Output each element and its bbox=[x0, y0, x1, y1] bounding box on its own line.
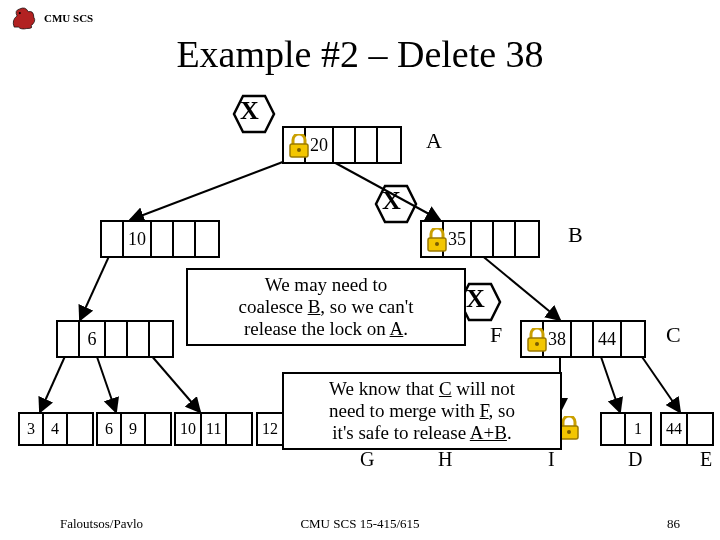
svg-line-1 bbox=[130, 160, 288, 220]
node-l1-left-p1 bbox=[152, 222, 174, 256]
node-l1-left-k1 bbox=[174, 222, 196, 256]
node-l1-left-k0: 10 bbox=[124, 222, 152, 256]
note-release-l1: We know that C will not bbox=[294, 378, 550, 400]
note-coalesce-l2: coalesce B, so we can't bbox=[198, 296, 454, 318]
cmu-logo-icon bbox=[10, 6, 38, 30]
mark-x-b: X bbox=[382, 186, 401, 216]
leaf-3-c bbox=[227, 414, 251, 444]
node-l2-left-p1 bbox=[106, 322, 128, 356]
lock-icon-root bbox=[288, 134, 310, 162]
node-l2-right-p2 bbox=[622, 322, 644, 356]
node-root-p2 bbox=[378, 128, 400, 162]
leaf-8-b bbox=[688, 414, 712, 444]
svg-point-21 bbox=[567, 430, 571, 434]
label-i: I bbox=[548, 448, 555, 471]
label-b: B bbox=[568, 222, 583, 248]
label-e: E bbox=[700, 448, 712, 471]
node-l1-right-p1 bbox=[472, 222, 494, 256]
node-root-p1 bbox=[334, 128, 356, 162]
svg-line-7 bbox=[150, 354, 200, 412]
label-h: H bbox=[438, 448, 452, 471]
lock-icon-b bbox=[426, 228, 448, 256]
note-release-l3: it's safe to release A+B. bbox=[294, 422, 550, 444]
footer-course: CMU SCS 15-415/615 bbox=[0, 516, 720, 532]
node-l2-left-k0: 6 bbox=[80, 322, 106, 356]
svg-line-6 bbox=[96, 354, 116, 412]
leaf-4: 12 bbox=[256, 412, 284, 446]
leaf-2-a: 6 bbox=[98, 414, 122, 444]
leaf-1-b: 4 bbox=[44, 414, 68, 444]
header: CMU SCS bbox=[10, 6, 93, 30]
mark-x-c-text: X bbox=[466, 284, 485, 313]
lock-icon-c bbox=[526, 328, 548, 356]
footer-page: 86 bbox=[667, 516, 680, 532]
note-coalesce-l3: release the lock on A. bbox=[198, 318, 454, 340]
label-f: F bbox=[490, 322, 502, 348]
mark-x-b-text: X bbox=[382, 186, 401, 215]
node-l2-left: 6 bbox=[56, 320, 174, 358]
leaf-1-a: 3 bbox=[20, 414, 44, 444]
node-l1-left-p2 bbox=[196, 222, 218, 256]
node-l1-right-p2 bbox=[516, 222, 538, 256]
node-l2-left-p0 bbox=[58, 322, 80, 356]
header-org: CMU SCS bbox=[44, 12, 93, 24]
label-c: C bbox=[666, 322, 681, 348]
leaf-2: 6 9 bbox=[96, 412, 172, 446]
leaf-7-b: 1 bbox=[626, 414, 650, 444]
leaf-7-a bbox=[602, 414, 626, 444]
leaf-2-b: 9 bbox=[122, 414, 146, 444]
node-l1-right-k1 bbox=[494, 222, 516, 256]
leaf-8: 44 bbox=[660, 412, 714, 446]
leaf-1-c bbox=[68, 414, 92, 444]
mark-x-root-text: X bbox=[240, 96, 259, 125]
leaf-2-c bbox=[146, 414, 170, 444]
note-release: We know that C will not need to merge wi… bbox=[282, 372, 562, 450]
node-root-k0: 20 bbox=[306, 128, 334, 162]
leaf-1: 3 4 bbox=[18, 412, 94, 446]
note-release-l2: need to merge with F, so bbox=[294, 400, 550, 422]
node-l2-right-k0: 38 bbox=[544, 322, 572, 356]
node-l1-left-p0 bbox=[102, 222, 124, 256]
leaf-7: 1 bbox=[600, 412, 652, 446]
note-coalesce: We may need to coalesce B, so we can't r… bbox=[186, 268, 466, 346]
svg-line-10 bbox=[640, 354, 680, 412]
node-l2-right-p1 bbox=[572, 322, 594, 356]
node-l2-right-k1: 44 bbox=[594, 322, 622, 356]
svg-point-0 bbox=[19, 12, 21, 14]
note-coalesce-l1: We may need to bbox=[198, 274, 454, 296]
leaf-8-a: 44 bbox=[662, 414, 688, 444]
leaf-3: 10 11 bbox=[174, 412, 253, 446]
node-l1-right-k0: 35 bbox=[444, 222, 472, 256]
node-l2-left-k1 bbox=[128, 322, 150, 356]
node-l2-left-p2 bbox=[150, 322, 172, 356]
page-title: Example #2 – Delete 38 bbox=[0, 32, 720, 76]
label-g: G bbox=[360, 448, 374, 471]
svg-point-13 bbox=[297, 148, 301, 152]
leaf-3-a: 10 bbox=[176, 414, 202, 444]
leaf-4-a: 12 bbox=[258, 414, 282, 444]
node-l1-left: 10 bbox=[100, 220, 220, 258]
svg-point-16 bbox=[435, 242, 439, 246]
svg-line-3 bbox=[80, 254, 110, 320]
mark-x-c: X bbox=[466, 284, 485, 314]
node-root-k1 bbox=[356, 128, 378, 162]
slide: CMU SCS Example #2 – Delete 38 20 bbox=[0, 0, 720, 540]
label-a: A bbox=[426, 128, 442, 154]
svg-line-9 bbox=[600, 354, 620, 412]
svg-line-5 bbox=[40, 354, 66, 412]
leaf-3-b: 11 bbox=[202, 414, 227, 444]
mark-x-root: X bbox=[240, 96, 259, 126]
label-d: D bbox=[628, 448, 642, 471]
svg-point-19 bbox=[535, 342, 539, 346]
